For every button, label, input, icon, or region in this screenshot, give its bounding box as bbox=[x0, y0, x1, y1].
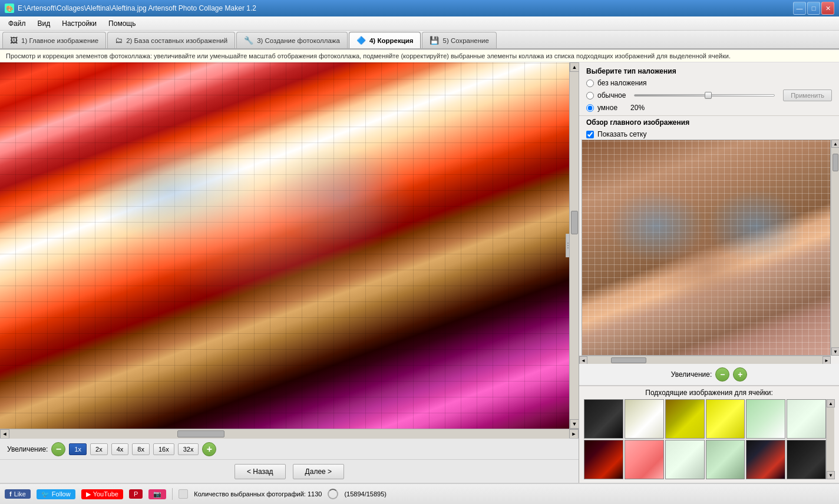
preview-scroll-right[interactable]: ► bbox=[823, 356, 831, 364]
left-panel: ▲ ▼ ◄ ► bbox=[0, 62, 579, 483]
tab-save[interactable]: 💾 5) Сохранение bbox=[422, 32, 496, 48]
suitable-thumb-9[interactable] bbox=[665, 440, 705, 479]
vscroll-track[interactable] bbox=[570, 72, 579, 419]
pinterest-icon: P bbox=[134, 490, 138, 498]
zoom-label: Увеличение: bbox=[7, 445, 48, 453]
suitable-thumb-4[interactable] bbox=[706, 399, 745, 439]
collage-hscrollbar[interactable]: ◄ ► bbox=[0, 429, 579, 438]
tab3-label: 3) Создание фотоколлажа bbox=[257, 37, 340, 44]
app-window: 🎨 E:\Artensoft\Collages\Aleftina\Aleftin… bbox=[0, 0, 839, 504]
back-button[interactable]: < Назад bbox=[234, 464, 286, 479]
youtube-button[interactable]: ▶ YouTube bbox=[81, 489, 123, 499]
zoom-out-btn[interactable]: + bbox=[202, 442, 216, 456]
show-grid-label: Показать сетку bbox=[597, 130, 647, 138]
facebook-button[interactable]: f Like bbox=[5, 489, 31, 499]
preview-scroll-up[interactable]: ▲ bbox=[831, 140, 839, 148]
preview-zoom-controls: Увеличение: − + bbox=[579, 364, 839, 386]
preview-vscroll-track[interactable] bbox=[831, 148, 839, 347]
maximize-button[interactable]: □ bbox=[807, 2, 820, 15]
apply-button[interactable]: Применить bbox=[783, 89, 832, 101]
tab-create-collage[interactable]: 🔧 3) Создание фотоколлажа bbox=[236, 32, 348, 48]
suitable-thumb-2[interactable] bbox=[625, 399, 664, 439]
overlay-smart-radio[interactable] bbox=[586, 104, 594, 112]
progress-text: (15894/15895) bbox=[344, 490, 387, 498]
suitable-thumb-11[interactable] bbox=[746, 440, 785, 479]
suitable-thumb-8[interactable] bbox=[625, 440, 664, 479]
suitable-scroll-down[interactable]: ▼ bbox=[827, 471, 835, 479]
twitter-button[interactable]: 🐦 Follow bbox=[37, 489, 75, 499]
preview-hscrollbar[interactable]: ◄ ► bbox=[579, 356, 831, 364]
overlay-normal-radio[interactable] bbox=[586, 92, 594, 100]
status-app-icon bbox=[179, 489, 188, 499]
tab4-icon: 🔷 bbox=[356, 36, 366, 45]
suitable-vscrollbar[interactable]: ▲ ▼ bbox=[826, 399, 834, 479]
instagram-button[interactable]: 📷 bbox=[148, 489, 166, 499]
overlay-options: без наложения обычное Применить bbox=[586, 79, 832, 112]
zoom-2x-btn[interactable]: 2x bbox=[90, 443, 108, 455]
collage-vscrollbar[interactable]: ▲ ▼ bbox=[569, 62, 579, 429]
preview-bg bbox=[582, 140, 830, 355]
menu-file[interactable]: Файл bbox=[2, 18, 32, 29]
minimize-button[interactable]: — bbox=[793, 2, 806, 15]
tab-main-image[interactable]: 🖼 1) Главное изображение bbox=[2, 32, 106, 48]
menu-settings[interactable]: Настройки bbox=[56, 18, 103, 29]
preview-vscrollbar[interactable]: ▲ ▼ bbox=[831, 140, 839, 356]
nav-bar: < Назад Далее > bbox=[0, 459, 579, 483]
tab1-label: 1) Главное изображение bbox=[21, 37, 98, 44]
close-button[interactable]: ✕ bbox=[821, 2, 834, 15]
zoom-8x-btn[interactable]: 8x bbox=[132, 443, 150, 455]
overlay-slider-thumb[interactable] bbox=[705, 92, 712, 99]
tab4-label: 4) Коррекция bbox=[369, 37, 414, 44]
tab5-icon: 💾 bbox=[430, 36, 439, 45]
scroll-right-btn[interactable]: ► bbox=[569, 429, 579, 439]
zoom-16x-btn[interactable]: 16x bbox=[153, 443, 174, 455]
preview-image-wrapper[interactable] bbox=[582, 140, 831, 356]
preview-vscroll-thumb[interactable] bbox=[833, 154, 838, 171]
twitter-icon: 🐦 bbox=[41, 490, 49, 498]
preview-zoom-in-btn[interactable]: − bbox=[715, 367, 729, 382]
suitable-thumb-6[interactable] bbox=[787, 399, 826, 439]
suitable-thumb-7[interactable] bbox=[584, 440, 623, 479]
suitable-thumb-5[interactable] bbox=[746, 399, 785, 439]
suitable-scroll-up[interactable]: ▲ bbox=[827, 399, 835, 407]
tab-base-images[interactable]: 🗂 2) База составных изображений bbox=[107, 32, 235, 48]
info-bar: Просмотр и коррекция элементов фотоколла… bbox=[0, 49, 839, 62]
photos-count-text: Количество выбранных фотографий: 1130 bbox=[194, 490, 322, 498]
zoom-32x-btn[interactable]: 32x bbox=[178, 443, 199, 455]
preview-hscroll-track[interactable] bbox=[587, 356, 823, 364]
overlay-smart-label: умное bbox=[597, 104, 617, 112]
scroll-down-btn[interactable]: ▼ bbox=[570, 419, 579, 429]
follow-label: Follow bbox=[52, 490, 71, 498]
zoom-4x-btn[interactable]: 4x bbox=[111, 443, 129, 455]
overlay-none-row: без наложения bbox=[586, 79, 832, 87]
menu-help[interactable]: Помощь bbox=[103, 18, 141, 29]
suitable-thumb-3[interactable] bbox=[665, 399, 705, 439]
preview-scroll-left[interactable]: ◄ bbox=[579, 356, 587, 364]
hscroll-thumb[interactable] bbox=[177, 430, 224, 437]
scroll-up-btn[interactable]: ▲ bbox=[570, 62, 579, 72]
suitable-thumb-1[interactable] bbox=[584, 399, 623, 439]
overlay-slider-track[interactable] bbox=[634, 94, 775, 97]
title-bar-controls: — □ ✕ bbox=[793, 2, 834, 15]
suitable-thumb-10[interactable] bbox=[706, 440, 745, 479]
preview-scroll-down[interactable]: ▼ bbox=[831, 347, 839, 356]
hscroll-track[interactable] bbox=[9, 429, 569, 439]
pinterest-button[interactable]: P bbox=[129, 489, 143, 499]
overlay-none-radio[interactable] bbox=[586, 79, 594, 87]
zoom-in-btn[interactable]: − bbox=[51, 442, 65, 456]
collage-scroll-area[interactable]: ▲ ▼ bbox=[0, 62, 579, 429]
suitable-thumb-12[interactable] bbox=[787, 440, 826, 479]
collage-image[interactable] bbox=[0, 62, 569, 429]
scroll-left-btn[interactable]: ◄ bbox=[0, 429, 9, 439]
preview-zoom-out-btn[interactable]: + bbox=[733, 367, 747, 382]
suitable-scroll-track[interactable] bbox=[827, 407, 834, 471]
menu-view[interactable]: Вид bbox=[32, 18, 57, 29]
tab2-label: 2) База составных изображений bbox=[126, 37, 227, 44]
preview-hscroll-thumb[interactable] bbox=[611, 357, 646, 363]
tab-correction[interactable]: 🔷 4) Коррекция bbox=[349, 32, 421, 48]
show-grid-checkbox[interactable] bbox=[586, 131, 594, 138]
info-text: Просмотр и коррекция элементов фотоколла… bbox=[6, 52, 731, 59]
zoom-1x-btn[interactable]: 1x bbox=[69, 443, 87, 455]
next-button[interactable]: Далее > bbox=[293, 464, 345, 479]
vscroll-thumb[interactable] bbox=[571, 211, 578, 234]
